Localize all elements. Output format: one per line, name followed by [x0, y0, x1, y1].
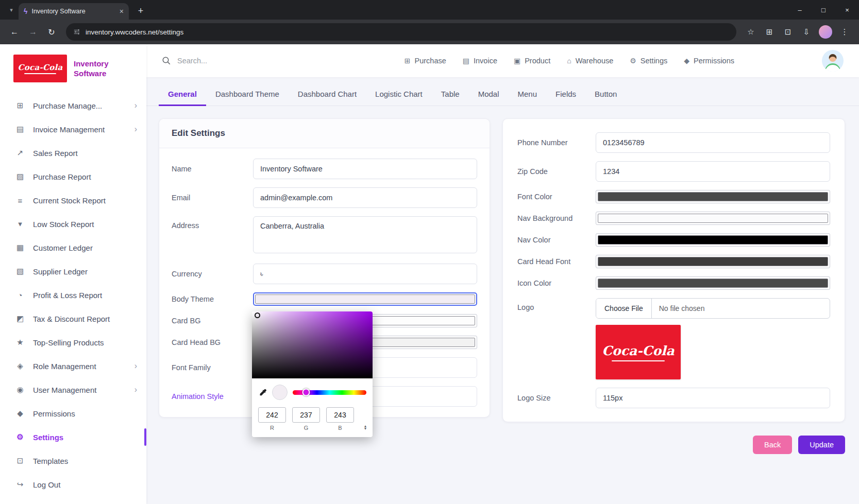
sidebar-item-purchase-management[interactable]: ⊞ Purchase Manage... › [0, 94, 146, 117]
sidebar-item-settings[interactable]: ⚙ Settings [0, 425, 146, 449]
pie-chart-icon: ◔ [14, 291, 26, 300]
new-tab-button[interactable]: + [133, 4, 148, 19]
tab-dashboard-theme[interactable]: Dashboard Theme [206, 84, 289, 106]
back-button[interactable]: Back [753, 436, 792, 454]
currency-field[interactable] [253, 264, 477, 284]
body-theme-color-input[interactable] [253, 292, 477, 306]
nav-background-color-input[interactable] [596, 212, 830, 225]
site-info-icon[interactable] [73, 28, 80, 36]
sidebar-item-invoice-management[interactable]: ▤ Invoice Management › [0, 117, 146, 141]
tab-button[interactable]: Button [585, 84, 626, 106]
eyedropper-icon[interactable] [258, 388, 267, 397]
tab-close-icon[interactable]: × [120, 7, 124, 15]
sidebar-item-log-out[interactable]: ↪ Log Out [0, 473, 146, 496]
top-nav-product[interactable]: ▣ Product [514, 57, 550, 65]
format-toggle-icon[interactable]: ▴▾ [364, 425, 366, 431]
url-bar[interactable]: inventory.wwcoders.net/settings [66, 23, 736, 41]
address-field[interactable]: Canberra, Australia [253, 216, 477, 253]
current-color-swatch [272, 385, 288, 400]
browser-tab[interactable]: ϟ Inventory Software × [19, 3, 129, 20]
top-nav-permissions[interactable]: ◆ Permissions [684, 57, 734, 65]
sidebar-item-purchase-report[interactable]: ▨ Purchase Report [0, 165, 146, 188]
nav-color-label: Nav Color [517, 236, 596, 244]
top-nav: ⊞ Purchase ▤ Invoice ▣ Product ⌂ Warehou… [405, 57, 734, 65]
tab-modal[interactable]: Modal [469, 84, 509, 106]
back-nav-icon[interactable]: ← [6, 24, 23, 40]
logo-preview-image: Coca-Cola [596, 325, 681, 379]
browser-menu-kebab-icon[interactable]: ⋮ [836, 24, 853, 40]
font-color-input[interactable] [596, 190, 830, 203]
logo-file-input[interactable]: Choose File No file chosen [596, 298, 830, 319]
sidebar-item-user-management[interactable]: ◉ User Management › [0, 378, 146, 402]
tab-dashboard-chart[interactable]: Dashboard Chart [289, 84, 366, 106]
browser-profile-avatar[interactable] [819, 25, 832, 39]
phone-field[interactable] [596, 132, 830, 153]
icon-color-label: Icon Color [517, 279, 596, 287]
sidebar-item-current-stock-report[interactable]: ≡ Current Stock Report [0, 188, 146, 212]
font-color-label: Font Color [517, 193, 596, 201]
search-box[interactable] [162, 56, 296, 65]
tab-menu[interactable]: Menu [509, 84, 547, 106]
email-field[interactable] [253, 187, 477, 208]
top-nav-warehouse[interactable]: ⌂ Warehouse [567, 57, 613, 65]
sidebar-item-label: Settings [33, 433, 63, 442]
browser-tab-strip: ▾ ϟ Inventory Software × + – □ × [0, 0, 859, 20]
sidebar-item-label: Profit & Loss Report [33, 291, 102, 300]
sidebar-item-sales-report[interactable]: ↗ Sales Report [0, 141, 146, 165]
sidebar-item-customer-ledger[interactable]: ▦ Customer Ledger [0, 236, 146, 259]
zip-field[interactable] [596, 161, 830, 182]
window-minimize-button[interactable]: – [788, 0, 812, 20]
body-theme-label: Body Theme [172, 295, 253, 303]
templates-icon: ⊡ [14, 456, 26, 465]
choose-file-button[interactable]: Choose File [596, 299, 652, 318]
blue-input[interactable] [326, 407, 354, 423]
name-field[interactable] [253, 159, 477, 179]
nav-color-input[interactable] [596, 233, 830, 247]
tab-general[interactable]: General [159, 84, 206, 106]
top-nav-purchase[interactable]: ⊞ Purchase [405, 57, 446, 65]
sidebar-item-low-stock-report[interactable]: ▾ Low Stock Report [0, 212, 146, 236]
card-head-font-color-input[interactable] [596, 255, 830, 268]
saturation-thumb[interactable] [255, 312, 260, 318]
red-input[interactable] [258, 407, 286, 423]
icon-color-input[interactable] [596, 276, 830, 290]
window-close-button[interactable]: × [835, 0, 859, 20]
star-icon: ★ [14, 338, 26, 347]
sidebar-item-supplier-ledger[interactable]: ▧ Supplier Ledger [0, 259, 146, 283]
window-maximize-button[interactable]: □ [812, 0, 835, 20]
bookmark-star-icon[interactable]: ☆ [743, 24, 759, 40]
sidebar-item-top-selling-products[interactable]: ★ Top-Selling Products [0, 331, 146, 354]
sidebar-item-role-management[interactable]: ◈ Role Management › [0, 354, 146, 378]
search-input[interactable] [177, 57, 275, 65]
top-nav-settings[interactable]: ⚙ Settings [630, 57, 667, 65]
cart-icon: ⊞ [405, 57, 411, 65]
green-input[interactable] [292, 407, 320, 423]
brand-logo: Coca-Cola [13, 55, 67, 82]
top-nav-invoice[interactable]: ▤ Invoice [463, 57, 497, 65]
forward-nav-icon[interactable]: → [25, 24, 41, 40]
logo-size-field[interactable] [596, 388, 830, 408]
grid-icon[interactable]: ⊞ [761, 24, 778, 40]
tab-search-icon[interactable]: ▾ [4, 7, 19, 13]
company-settings-card: Phone Number Zip Code Font Color Nav Bac… [502, 118, 845, 422]
download-icon[interactable]: ⇩ [798, 24, 815, 40]
hue-slider[interactable] [293, 390, 366, 395]
stock-icon: ≡ [14, 196, 26, 205]
saturation-area[interactable] [252, 311, 373, 378]
tab-logistic-chart[interactable]: Logistic Chart [366, 84, 432, 106]
browser-tab-title: Inventory Software [31, 8, 115, 15]
update-button[interactable]: Update [798, 436, 845, 454]
reload-icon[interactable]: ↻ [43, 24, 60, 40]
top-nav-label: Product [525, 57, 550, 65]
tab-table[interactable]: Table [432, 84, 469, 106]
user-avatar[interactable] [822, 50, 844, 72]
site-favicon-icon: ϟ [24, 7, 27, 15]
extensions-icon[interactable]: ⊡ [780, 24, 796, 40]
hue-slider-thumb[interactable] [302, 389, 310, 396]
sidebar-item-profit-loss-report[interactable]: ◔ Profit & Loss Report [0, 283, 146, 307]
sidebar-item-tax-discount-report[interactable]: ◩ Tax & Discount Report [0, 307, 146, 331]
tab-fields[interactable]: Fields [546, 84, 585, 106]
warehouse-icon: ⌂ [567, 57, 571, 65]
sidebar-item-templates[interactable]: ⊡ Templates [0, 449, 146, 473]
sidebar-item-permissions[interactable]: ◆ Permissions [0, 402, 146, 425]
